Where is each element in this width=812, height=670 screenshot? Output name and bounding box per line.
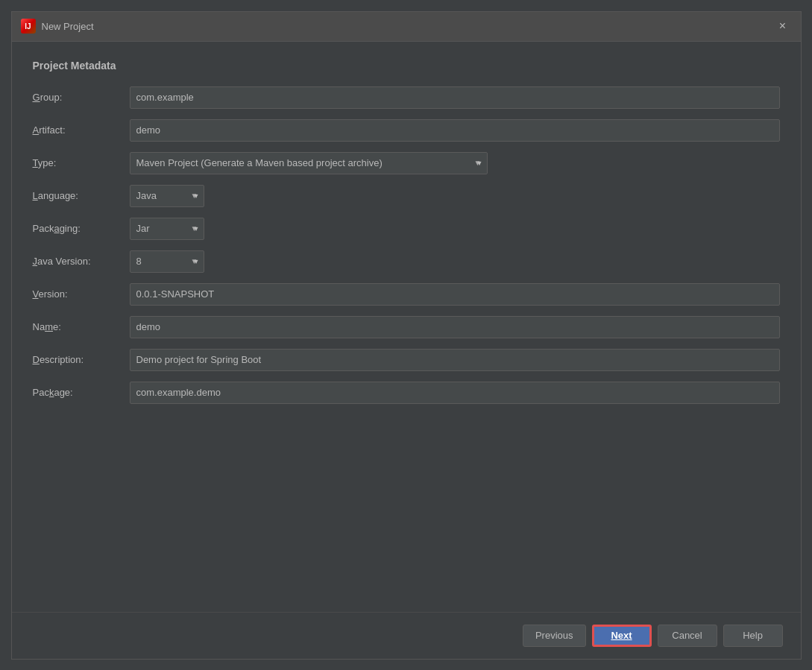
new-project-dialog: IJ New Project × Project Metadata Group:… <box>11 11 802 660</box>
language-label: Language: <box>33 190 130 201</box>
name-input[interactable] <box>130 316 780 338</box>
group-input[interactable] <box>130 86 780 109</box>
version-label: Version: <box>33 288 130 300</box>
language-select[interactable]: Java Kotlin Groovy <box>130 185 204 207</box>
dialog-content: Project Metadata Group: Artifact: Type: … <box>12 42 801 612</box>
java-version-select-wrapper: 8 11 17 21 ▼ <box>130 250 204 273</box>
group-label: Group: <box>33 92 130 103</box>
java-version-select[interactable]: 8 11 17 21 <box>130 250 204 273</box>
description-row: Description: <box>33 349 780 371</box>
dialog-footer: Previous Next Cancel Help <box>12 612 801 659</box>
type-row: Type: Maven Project (Generate a Maven ba… <box>33 152 780 174</box>
description-label: Description: <box>33 354 130 365</box>
java-version-label: Java Version: <box>33 256 130 267</box>
artifact-row: Artifact: <box>33 119 780 142</box>
close-button[interactable]: × <box>774 17 792 35</box>
package-label: Package: <box>33 387 130 398</box>
group-row: Group: <box>33 86 780 109</box>
type-select[interactable]: Maven Project (Generate a Maven based pr… <box>130 152 488 174</box>
language-row: Language: Java Kotlin Groovy ▼ <box>33 185 780 207</box>
java-version-row: Java Version: 8 11 17 21 ▼ <box>33 250 780 273</box>
next-button[interactable]: Next <box>592 625 652 647</box>
title-bar: IJ New Project × <box>12 12 801 42</box>
version-row: Version: <box>33 283 780 306</box>
name-row: Name: <box>33 316 780 338</box>
description-input[interactable] <box>130 349 780 371</box>
help-button[interactable]: Help <box>723 625 783 647</box>
packaging-select-wrapper: Jar War ▼ <box>130 218 204 240</box>
packaging-row: Packaging: Jar War ▼ <box>33 218 780 240</box>
packaging-select[interactable]: Jar War <box>130 218 204 240</box>
package-input[interactable] <box>130 382 780 404</box>
artifact-input[interactable] <box>130 119 780 142</box>
dialog-title: New Project <box>42 21 774 32</box>
version-input[interactable] <box>130 283 780 306</box>
packaging-label: Packaging: <box>33 223 130 234</box>
app-icon: IJ <box>21 19 36 34</box>
type-label: Type: <box>33 157 130 168</box>
package-row: Package: <box>33 382 780 404</box>
cancel-button[interactable]: Cancel <box>658 625 717 647</box>
language-select-wrapper: Java Kotlin Groovy ▼ <box>130 185 204 207</box>
section-title: Project Metadata <box>33 60 780 72</box>
artifact-label: Artifact: <box>33 124 130 136</box>
name-label: Name: <box>33 321 130 332</box>
previous-button[interactable]: Previous <box>523 625 586 647</box>
type-select-wrapper: Maven Project (Generate a Maven based pr… <box>130 152 488 174</box>
